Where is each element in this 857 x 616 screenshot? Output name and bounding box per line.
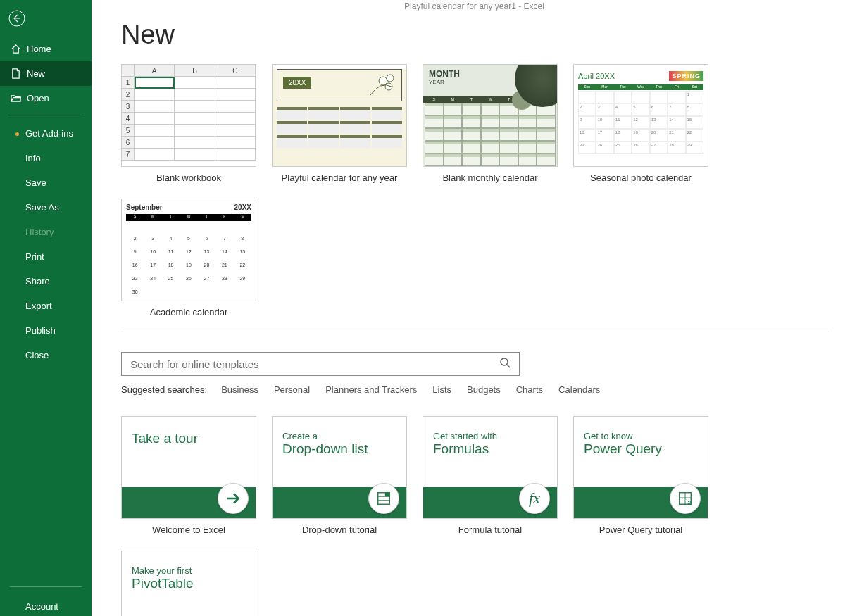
template-card-academic-calendar[interactable]: September20XXSMTWTFS23456789101112131415…: [121, 199, 256, 318]
template-thumbnail: Get started withFormulasfx: [423, 416, 558, 519]
new-icon: [10, 68, 21, 79]
list-icon: [368, 483, 399, 514]
suggested-link-planners-and-trackers[interactable]: Planners and Trackers: [325, 384, 417, 395]
sidebar-item-history: History: [0, 220, 92, 244]
search-input[interactable]: [130, 358, 499, 370]
sidebar-bottom: Account: [10, 586, 82, 616]
sidebar-item-home[interactable]: Home: [0, 37, 92, 61]
template-card-blank-workbook[interactable]: ABC1234567Blank workbook: [121, 64, 256, 183]
template-thumbnail: Get to knowPower Query: [573, 416, 708, 519]
suggested-link-lists[interactable]: Lists: [432, 384, 451, 395]
template-card-welcome-to-excel[interactable]: Take a tourWelcome to Excel: [121, 416, 256, 535]
template-card-seasonal-photo-calendar[interactable]: April 20XXSPRINGSunMonTueWedThuFriSat123…: [573, 64, 708, 183]
template-label: Blank workbook: [121, 172, 256, 183]
back-arrow-icon: [8, 10, 25, 27]
sidebar-item-open[interactable]: Open: [0, 86, 92, 111]
table-icon: [670, 483, 701, 514]
suggested-link-charts[interactable]: Charts: [516, 384, 543, 395]
open-icon: [10, 93, 21, 103]
sidebar-label: Home: [27, 44, 51, 54]
template-card-formula-tutorial[interactable]: Get started withFormulasfxFormula tutori…: [423, 416, 558, 535]
template-card-blank-monthly-calendar[interactable]: MONTHYEARSMTWTFSBlank monthly calendar: [423, 64, 558, 183]
tutorial-templates-row: Take a tourWelcome to ExcelCreate aDrop-…: [121, 416, 857, 616]
sidebar-item-publish[interactable]: Publish: [0, 318, 92, 343]
template-thumbnail: Take a tour: [121, 416, 256, 519]
template-thumbnail: MONTHYEARSMTWTFS: [423, 64, 558, 167]
sidebar-label: New: [27, 68, 45, 79]
template-thumbnail: ABC1234567: [121, 64, 256, 167]
sidebar-item-account[interactable]: Account: [25, 597, 82, 616]
sidebar-label: Open: [27, 93, 49, 103]
fx-icon: fx: [519, 483, 550, 514]
search-icon[interactable]: [499, 357, 511, 371]
template-label: Drop-down tutorial: [272, 524, 407, 535]
template-label: Academic calendar: [121, 307, 256, 318]
template-thumbnail: Create aDrop-down list: [272, 416, 407, 519]
sidebar-item-close[interactable]: Close: [0, 343, 92, 367]
sidebar-item-save-as[interactable]: Save As: [0, 195, 92, 220]
template-thumbnail: 20XX: [272, 64, 407, 167]
home-icon: [10, 44, 21, 54]
template-label: Playful calendar for any year: [272, 172, 407, 183]
template-label: Seasonal photo calendar: [573, 172, 708, 183]
back-button[interactable]: [0, 0, 92, 37]
template-label: Power Query tutorial: [573, 524, 708, 535]
window-title: Playful calendar for any year1 - Excel: [92, 0, 857, 11]
template-label: Blank monthly calendar: [423, 172, 558, 183]
svg-point-5: [501, 358, 508, 365]
template-card-pivottable-tutorial[interactable]: Make your firstPivotTablePivotTable tuto…: [121, 551, 256, 616]
svg-point-3: [387, 75, 394, 82]
sidebar-item-print[interactable]: Print: [0, 244, 92, 269]
suggested-link-budgets[interactable]: Budgets: [467, 384, 501, 395]
featured-templates-row: ABC1234567Blank workbook20XXPlayful cale…: [121, 64, 857, 318]
page-title: New: [121, 20, 857, 50]
template-label: Formula tutorial: [423, 524, 558, 535]
sidebar-item-new[interactable]: New: [0, 61, 92, 86]
suggested-link-calendars[interactable]: Calendars: [558, 384, 600, 395]
row-divider: [121, 332, 829, 332]
template-label: Welcome to Excel: [121, 524, 256, 535]
backstage-sidebar: HomeNewOpen Get Add-insInfoSaveSave AsHi…: [0, 0, 92, 616]
suggested-label: Suggested searches:: [121, 384, 207, 395]
suggested-searches: Suggested searches: BusinessPersonalPlan…: [121, 384, 857, 395]
suggested-link-business[interactable]: Business: [221, 384, 258, 395]
svg-rect-10: [385, 493, 389, 497]
template-search[interactable]: [121, 352, 520, 376]
template-thumbnail: April 20XXSPRINGSunMonTueWedThuFriSat123…: [573, 64, 708, 167]
sidebar-item-save[interactable]: Save: [0, 170, 92, 195]
arrow-icon: [218, 483, 249, 514]
suggested-link-personal[interactable]: Personal: [274, 384, 310, 395]
template-thumbnail: September20XXSMTWTFS23456789101112131415…: [121, 199, 256, 301]
template-card-drop-down-tutorial[interactable]: Create aDrop-down listDrop-down tutorial: [272, 416, 407, 535]
sidebar-item-export[interactable]: Export: [0, 294, 92, 318]
sidebar-divider: [10, 115, 82, 115]
template-card-playful-calendar-for-any-year[interactable]: 20XXPlayful calendar for any year: [272, 64, 407, 183]
sidebar-item-get-add-ins[interactable]: Get Add-ins: [0, 121, 92, 146]
svg-line-6: [507, 365, 510, 367]
template-thumbnail: Make your firstPivotTable: [121, 551, 256, 616]
template-card-power-query-tutorial[interactable]: Get to knowPower QueryPower Query tutori…: [573, 416, 708, 535]
sidebar-item-info[interactable]: Info: [0, 146, 92, 170]
sidebar-item-share[interactable]: Share: [0, 269, 92, 294]
main-panel: Playful calendar for any year1 - Excel N…: [92, 0, 857, 616]
